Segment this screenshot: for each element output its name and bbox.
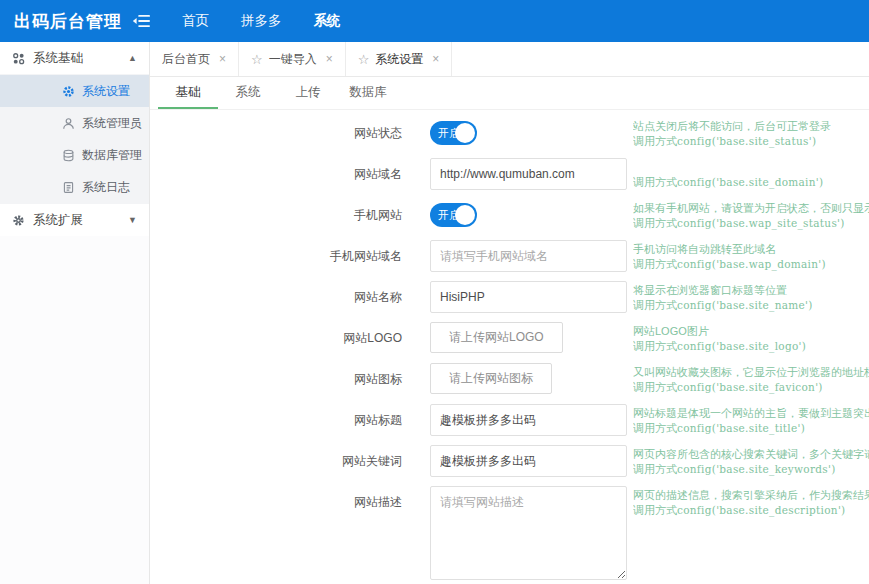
help-segment: 又叫网站收藏夹图标，它显示位于浏览器的地址栏或者标题前面， — [633, 366, 869, 378]
call-prefix: 调用方式 — [633, 258, 677, 270]
site-title-label: 网站标题 — [150, 404, 402, 436]
help-text: 网页的描述信息，搜索引擎采纳后，作为搜索结果中的页面摘要显示，建议不超过80个字 — [633, 488, 869, 503]
site-name-input[interactable] — [430, 281, 627, 313]
tab-label: 一键导入 — [269, 51, 317, 68]
site-favicon-upload-button[interactable]: 请上传网站图标 — [430, 363, 552, 394]
form-row-wap-status: 手机网站开启如果有手机网站，请设置为开启状态，否则只显示PC网站调用方式conf… — [150, 199, 869, 231]
call-prefix: 调用方式 — [633, 176, 677, 188]
sidebar-submenu: 系统设置系统管理员数据库管理系统日志 — [0, 74, 149, 204]
sidebar-item-system-admin[interactable]: 系统管理员 — [0, 107, 149, 139]
subtab-system[interactable]: 系统 — [218, 77, 278, 109]
tab-label: 后台首页 — [162, 51, 210, 68]
call-prefix: 调用方式 — [633, 135, 677, 147]
site-description-textarea[interactable] — [430, 486, 627, 580]
call-code: config('base.wap_domain') — [677, 258, 826, 270]
site-keywords-input[interactable] — [430, 445, 627, 477]
call-code: config('base.site_keywords') — [677, 463, 836, 475]
call-code: config('base.site_description') — [677, 504, 846, 516]
app-title: 出码后台管理 — [0, 10, 120, 33]
help-segment: 手机访问将自动跳转至此域名 — [633, 243, 776, 255]
settings-form: 网站状态开启站点关闭后将不能访问，后台可正常登录调用方式config('base… — [150, 110, 869, 584]
call-code: config('base.site_name') — [677, 299, 813, 311]
call-hint: 调用方式config('base.wap_site_status') — [633, 216, 869, 231]
nav-item-home[interactable]: 首页 — [172, 0, 219, 42]
sidebar-group-system-extend[interactable]: 系统扩展▼ — [0, 204, 149, 236]
nav-item-system[interactable]: 系统 — [304, 0, 351, 42]
site-title-help: 网站标题是体现一个网站的主旨，要做到主题突出、标题简洁、连贯等特点，建议不超过2… — [633, 404, 869, 436]
site-favicon-field: 请上传网站图标 — [430, 363, 627, 394]
chevron-up-icon: ▲ — [128, 53, 137, 63]
sidebar-item-label: 系统日志 — [82, 179, 130, 196]
site-title-input[interactable] — [430, 404, 627, 436]
call-hint: 调用方式config('base.site_title') — [633, 421, 869, 436]
call-prefix: 调用方式 — [633, 340, 677, 352]
call-hint: 调用方式config('base.site_logo') — [633, 339, 869, 354]
close-icon[interactable]: × — [219, 53, 226, 65]
sidebar-item-database-manage[interactable]: 数据库管理 — [0, 139, 149, 171]
call-prefix: 调用方式 — [633, 299, 677, 311]
call-code: config('base.site_logo') — [677, 340, 806, 352]
call-code: config('base.site_domain') — [677, 176, 823, 188]
chevron-down-icon: ▼ — [128, 215, 137, 225]
tab-one-key-import[interactable]: ☆一键导入× — [239, 42, 346, 76]
form-row-site-logo: 网站LOGO请上传网站LOGO网站LOGO图片调用方式config('base.… — [150, 322, 869, 354]
wap-status-switch[interactable]: 开启 — [430, 203, 477, 227]
sidebar-item-label: 系统设置 — [82, 83, 130, 100]
site-logo-upload-button[interactable]: 请上传网站LOGO — [430, 322, 563, 353]
tab-label: 系统设置 — [375, 51, 423, 68]
call-code: config('base.site_status') — [677, 135, 816, 147]
call-hint: 调用方式config('base.site_favicon') — [633, 380, 869, 395]
site-description-label: 网站描述 — [150, 486, 402, 518]
database-icon — [62, 149, 75, 162]
site-description-help: 网页的描述信息，搜索引擎采纳后，作为搜索结果中的页面摘要显示，建议不超过80个字… — [633, 486, 869, 518]
site-status-help: 站点关闭后将不能访问，后台可正常登录调用方式config('base.site_… — [633, 117, 869, 149]
site-keywords-field — [430, 445, 627, 477]
call-hint: 调用方式config('base.wap_domain') — [633, 257, 869, 272]
site-domain-input[interactable] — [430, 158, 627, 190]
wap-domain-input[interactable] — [430, 240, 627, 272]
site-status-switch[interactable]: 开启 — [430, 121, 477, 145]
help-text: 又叫网站收藏夹图标，它显示位于浏览器的地址栏或者标题前面，.ico格式，点此了解… — [633, 365, 869, 380]
collapse-menu-icon[interactable] — [124, 14, 158, 28]
site-status-label: 网站状态 — [150, 117, 402, 149]
switch-knob — [455, 123, 475, 143]
sidebar-item-system-settings[interactable]: 系统设置 — [0, 75, 149, 107]
call-code: config('base.site_title') — [677, 422, 805, 434]
form-row-site-name: 网站名称将显示在浏览器窗口标题等位置调用方式config('base.site_… — [150, 281, 869, 313]
sidebar: 系统基础▲系统设置系统管理员数据库管理系统日志系统扩展▼ — [0, 42, 150, 584]
help-segment: 网页内容所包含的核心搜索关键词，多个关键字请用英文逗号","分隔 — [633, 448, 869, 460]
form-row-site-title: 网站标题网站标题是体现一个网站的主旨，要做到主题突出、标题简洁、连贯等特点，建议… — [150, 404, 869, 436]
form-row-site-keywords: 网站关键词网页内容所包含的核心搜索关键词，多个关键字请用英文逗号","分隔调用方… — [150, 445, 869, 477]
wap-status-field: 开启 — [430, 199, 627, 227]
log-icon — [62, 181, 75, 194]
site-description-field — [430, 486, 627, 580]
sidebar-group-label: 系统基础 — [33, 50, 83, 67]
call-hint: 调用方式config('base.site_domain') — [633, 175, 869, 190]
site-keywords-label: 网站关键词 — [150, 445, 402, 477]
help-text: 将显示在浏览器窗口标题等位置 — [633, 283, 869, 298]
help-text: 站点关闭后将不能访问，后台可正常登录 — [633, 119, 869, 134]
subtab-basic[interactable]: 基础 — [158, 77, 218, 109]
help-text: 网站标题是体现一个网站的主旨，要做到主题突出、标题简洁、连贯等特点，建议不超过2… — [633, 406, 869, 421]
settings-subtabs: 基础系统上传数据库 — [150, 77, 869, 110]
nav-item-pinduoduo[interactable]: 拼多多 — [231, 0, 292, 42]
subtab-database[interactable]: 数据库 — [338, 77, 398, 109]
sidebar-group-system-base[interactable]: 系统基础▲ — [0, 42, 149, 74]
gear-icon — [62, 85, 75, 98]
call-code: config('base.wap_site_status') — [677, 217, 845, 229]
subtab-upload[interactable]: 上传 — [278, 77, 338, 109]
star-icon: ☆ — [358, 53, 370, 66]
sidebar-item-system-log[interactable]: 系统日志 — [0, 171, 149, 203]
call-hint: 调用方式config('base.site_keywords') — [633, 462, 869, 477]
call-prefix: 调用方式 — [633, 422, 677, 434]
tab-dashboard[interactable]: 后台首页× — [150, 42, 239, 76]
call-hint: 调用方式config('base.site_status') — [633, 134, 869, 149]
call-code: config('base.site_favicon') — [677, 381, 823, 393]
close-icon[interactable]: × — [432, 53, 439, 65]
tab-system-settings[interactable]: ☆系统设置× — [346, 42, 453, 76]
top-nav: 首页拼多多系统 — [166, 0, 357, 42]
site-logo-field: 请上传网站LOGO — [430, 322, 627, 353]
wap-domain-field — [430, 240, 627, 272]
wap-status-help: 如果有手机网站，请设置为开启状态，否则只显示PC网站调用方式config('ba… — [633, 199, 869, 231]
close-icon[interactable]: × — [326, 53, 333, 65]
